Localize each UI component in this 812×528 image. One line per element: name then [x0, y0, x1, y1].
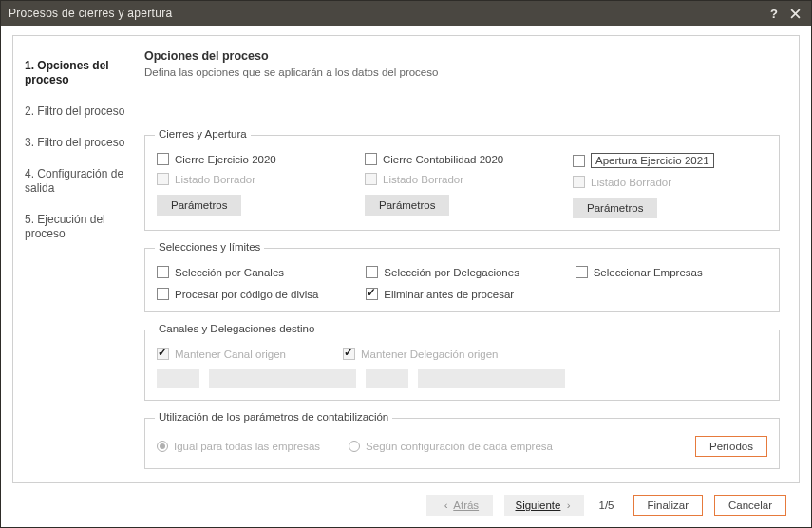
btn-back-label: Atrás: [453, 500, 479, 511]
chk-sel-canales-box[interactable]: [157, 266, 169, 278]
wizard-steps: 1. Opciones del proceso 2. Filtro del pr…: [13, 36, 137, 482]
btn-finish[interactable]: Finalizar: [633, 495, 703, 516]
dest-inputs: [157, 369, 767, 388]
step-4[interactable]: 4. Configuración de salida: [25, 167, 127, 196]
chk-listado-3-label: Listado Borrador: [591, 177, 671, 188]
dest-deleg-name: [418, 369, 565, 388]
chk-keep-deleg-box: [343, 348, 355, 360]
group-dest: Canales y Delegaciones destino Mantener …: [144, 330, 780, 401]
chk-proc-divisa[interactable]: Procesar por código de divisa: [157, 288, 349, 300]
chk-cierre-contabilidad-label: Cierre Contabilidad 2020: [383, 154, 503, 165]
group-limits: Selecciones y límites Selección por Cana…: [144, 248, 780, 312]
btn-param-1[interactable]: Parámetros: [157, 195, 241, 216]
group-closes: Cierres y Apertura Cierre Ejercicio 2020…: [144, 135, 780, 231]
btn-cancel[interactable]: Cancelar: [714, 495, 786, 516]
close-button[interactable]: [786, 5, 803, 22]
chk-cierre-ejercicio-box[interactable]: [157, 153, 169, 165]
chk-sel-empresas-label: Seleccionar Empresas: [594, 267, 703, 278]
chk-proc-divisa-box[interactable]: [157, 288, 169, 300]
page-subtitle: Defina las opciones que se aplicarán a l…: [144, 66, 780, 78]
closes-col-3: Apertura Ejercicio 2021 Listado Borrador…: [573, 153, 767, 218]
btn-back[interactable]: ‹ Atrás: [426, 495, 493, 516]
group-dest-legend: Canales y Delegaciones destino: [155, 323, 318, 334]
chk-cierre-contabilidad[interactable]: Cierre Contabilidad 2020: [365, 153, 559, 165]
chk-sel-canales-label: Selección por Canales: [175, 267, 284, 278]
chk-elim-procesar[interactable]: Eliminar antes de procesar: [366, 288, 557, 300]
chk-cierre-ejercicio-label: Cierre Ejercicio 2020: [175, 154, 276, 165]
help-button[interactable]: ?: [765, 5, 783, 22]
page-title: Opciones del proceso: [144, 49, 780, 63]
chk-sel-empresas[interactable]: Seleccionar Empresas: [576, 266, 767, 278]
rdo-util-each-label: Según configuración de cada empresa: [366, 441, 553, 452]
dest-canal-name: [209, 369, 356, 388]
btn-param-2[interactable]: Parámetros: [365, 195, 449, 216]
step-5[interactable]: 5. Ejecución del proceso: [25, 213, 127, 241]
group-closes-legend: Cierres y Apertura: [155, 128, 251, 140]
wizard-footer: ‹ Atrás Siguiente › 1/5 Finalizar Cancel…: [12, 483, 800, 527]
chk-listado-2: Listado Borrador: [365, 173, 559, 185]
step-1[interactable]: 1. Opciones del proceso: [25, 59, 127, 87]
page-indicator: 1/5: [599, 500, 614, 511]
chk-keep-deleg-label: Mantener Delegación origen: [361, 349, 498, 360]
chk-keep-canal-box: [157, 348, 169, 360]
chk-apertura-ejercicio[interactable]: Apertura Ejercicio 2021: [573, 153, 767, 168]
window-title: Procesos de cierres y apertura: [9, 7, 762, 20]
rdo-util-each: Según configuración de cada empresa: [349, 441, 553, 452]
chk-sel-delegaciones[interactable]: Selección por Delegaciones: [366, 266, 557, 278]
chk-listado-3: Listado Borrador: [573, 176, 767, 188]
chk-listado-3-box: [573, 176, 585, 188]
chk-elim-procesar-box[interactable]: [366, 288, 378, 300]
chk-sel-empresas-box[interactable]: [576, 266, 588, 278]
dest-canal-code: [157, 369, 199, 388]
chevron-left-icon: ‹: [444, 500, 448, 511]
closes-col-2: Cierre Contabilidad 2020 Listado Borrado…: [365, 153, 559, 218]
rdo-util-all-box: [157, 441, 168, 452]
chk-apertura-ejercicio-box[interactable]: [573, 155, 585, 167]
options-panel: Opciones del proceso Defina las opciones…: [137, 36, 799, 482]
chk-keep-canal: Mantener Canal origen: [157, 348, 286, 360]
chk-proc-divisa-label: Procesar por código de divisa: [175, 289, 319, 300]
group-util-legend: Utilización de los parámetros de contabi…: [155, 411, 392, 423]
chk-elim-procesar-label: Eliminar antes de procesar: [384, 289, 514, 300]
chk-sel-delegaciones-box[interactable]: [366, 266, 378, 278]
chk-sel-canales[interactable]: Selección por Canales: [157, 266, 349, 278]
btn-periods[interactable]: Períodos: [695, 436, 767, 457]
chk-keep-deleg: Mantener Delegación origen: [343, 348, 498, 360]
chevron-right-icon: ›: [567, 500, 571, 511]
closes-col-1: Cierre Ejercicio 2020 Listado Borrador P…: [157, 153, 351, 218]
btn-next[interactable]: Siguiente ›: [504, 495, 583, 516]
dest-deleg-code: [366, 369, 408, 388]
chk-listado-1-box: [157, 173, 169, 185]
chk-cierre-contabilidad-box[interactable]: [365, 153, 377, 165]
btn-next-label: Siguiente: [515, 500, 560, 511]
titlebar: Procesos de cierres y apertura ?: [1, 1, 811, 26]
rdo-util-all: Igual para todas las empresas: [157, 441, 320, 452]
rdo-util-each-box: [349, 441, 360, 452]
chk-apertura-ejercicio-label: Apertura Ejercicio 2021: [591, 153, 714, 168]
group-util: Utilización de los parámetros de contabi…: [144, 418, 780, 469]
chk-listado-1: Listado Borrador: [157, 173, 351, 185]
chk-keep-canal-label: Mantener Canal origen: [175, 349, 286, 360]
step-3[interactable]: 3. Filtro del proceso: [25, 136, 127, 150]
chk-sel-delegaciones-label: Selección por Delegaciones: [384, 267, 519, 278]
close-icon: [790, 9, 801, 19]
chk-cierre-ejercicio[interactable]: Cierre Ejercicio 2020: [157, 153, 351, 165]
rdo-util-all-label: Igual para todas las empresas: [174, 441, 320, 452]
chk-listado-2-box: [365, 173, 377, 185]
step-2[interactable]: 2. Filtro del proceso: [25, 104, 127, 119]
btn-param-3[interactable]: Parámetros: [573, 198, 657, 218]
chk-listado-2-label: Listado Borrador: [383, 174, 463, 185]
group-limits-legend: Selecciones y límites: [155, 241, 264, 253]
chk-listado-1-label: Listado Borrador: [175, 174, 255, 185]
